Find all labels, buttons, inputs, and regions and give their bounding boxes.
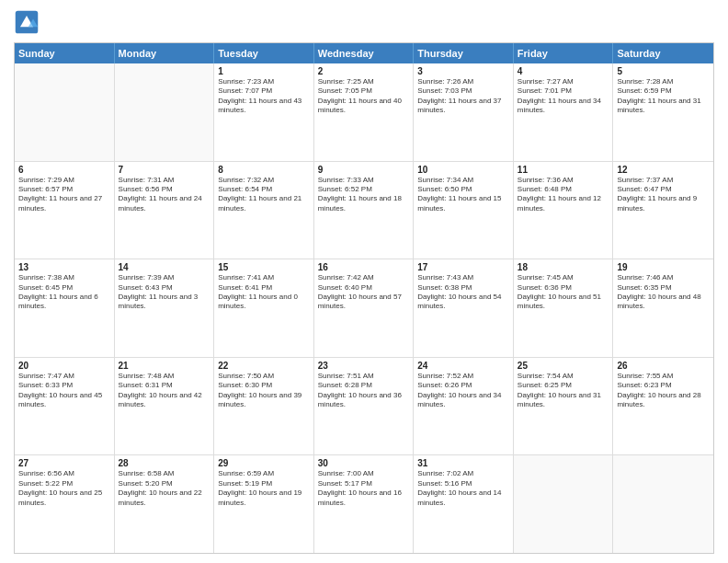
cell-text: Sunrise: 7:46 AM Sunset: 6:35 PM Dayligh…	[617, 273, 710, 312]
calendar-cell: 18Sunrise: 7:45 AM Sunset: 6:36 PM Dayli…	[514, 259, 614, 357]
cell-text: Sunrise: 7:39 AM Sunset: 6:43 PM Dayligh…	[119, 273, 210, 312]
calendar-cell: 30Sunrise: 7:00 AM Sunset: 5:17 PM Dayli…	[314, 455, 415, 553]
cell-text: Sunrise: 6:58 AM Sunset: 5:20 PM Dayligh…	[119, 469, 210, 508]
calendar-cell: 24Sunrise: 7:52 AM Sunset: 6:26 PM Dayli…	[414, 358, 514, 455]
logo	[14, 9, 43, 35]
cell-text: Sunrise: 7:29 AM Sunset: 6:57 PM Dayligh…	[18, 176, 110, 214]
day-number: 20	[18, 361, 110, 371]
calendar-cell: 19Sunrise: 7:46 AM Sunset: 6:35 PM Dayli…	[613, 259, 713, 357]
day-number: 8	[218, 165, 310, 175]
day-number: 31	[417, 458, 509, 468]
day-number: 18	[518, 262, 609, 272]
header-cell-friday: Friday	[514, 43, 614, 63]
header-cell-thursday: Thursday	[414, 43, 514, 63]
cell-text: Sunrise: 7:43 AM Sunset: 6:38 PM Dayligh…	[417, 273, 509, 312]
cell-text: Sunrise: 7:02 AM Sunset: 5:16 PM Dayligh…	[417, 469, 509, 508]
calendar: SundayMondayTuesdayWednesdayThursdayFrid…	[14, 42, 714, 554]
cell-text: Sunrise: 7:48 AM Sunset: 6:31 PM Dayligh…	[119, 372, 210, 410]
calendar-cell: 22Sunrise: 7:50 AM Sunset: 6:30 PM Dayli…	[214, 358, 314, 455]
calendar-header: SundayMondayTuesdayWednesdayThursdayFrid…	[15, 43, 713, 63]
day-number: 25	[518, 361, 609, 371]
calendar-cell: 17Sunrise: 7:43 AM Sunset: 6:38 PM Dayli…	[414, 259, 514, 357]
calendar-row-3: 20Sunrise: 7:47 AM Sunset: 6:33 PM Dayli…	[15, 357, 713, 455]
calendar-cell: 8Sunrise: 7:32 AM Sunset: 6:54 PM Daylig…	[214, 162, 314, 259]
day-number: 5	[617, 66, 710, 76]
calendar-cell: 1Sunrise: 7:23 AM Sunset: 7:07 PM Daylig…	[214, 63, 314, 161]
cell-text: Sunrise: 7:28 AM Sunset: 6:59 PM Dayligh…	[617, 77, 710, 116]
cell-text: Sunrise: 7:52 AM Sunset: 6:26 PM Dayligh…	[417, 372, 509, 410]
header-cell-tuesday: Tuesday	[214, 43, 314, 63]
day-number: 15	[218, 262, 310, 272]
cell-text: Sunrise: 7:38 AM Sunset: 6:45 PM Dayligh…	[18, 273, 110, 312]
calendar-cell: 21Sunrise: 7:48 AM Sunset: 6:31 PM Dayli…	[115, 358, 215, 455]
calendar-cell: 4Sunrise: 7:27 AM Sunset: 7:01 PM Daylig…	[514, 63, 614, 161]
page: SundayMondayTuesdayWednesdayThursdayFrid…	[0, 0, 728, 563]
cell-text: Sunrise: 7:33 AM Sunset: 6:52 PM Dayligh…	[318, 176, 410, 214]
calendar-cell: 5Sunrise: 7:28 AM Sunset: 6:59 PM Daylig…	[613, 63, 713, 161]
day-number: 9	[318, 165, 410, 175]
logo-icon	[14, 9, 40, 35]
header-cell-monday: Monday	[115, 43, 215, 63]
cell-text: Sunrise: 7:27 AM Sunset: 7:01 PM Dayligh…	[518, 77, 609, 116]
calendar-cell: 6Sunrise: 7:29 AM Sunset: 6:57 PM Daylig…	[15, 162, 115, 259]
day-number: 7	[119, 165, 210, 175]
calendar-body: 1Sunrise: 7:23 AM Sunset: 7:07 PM Daylig…	[15, 63, 713, 553]
calendar-row-0: 1Sunrise: 7:23 AM Sunset: 7:07 PM Daylig…	[15, 63, 713, 161]
cell-text: Sunrise: 7:00 AM Sunset: 5:17 PM Dayligh…	[318, 469, 410, 508]
calendar-cell: 2Sunrise: 7:25 AM Sunset: 7:05 PM Daylig…	[314, 63, 415, 161]
calendar-cell: 23Sunrise: 7:51 AM Sunset: 6:28 PM Dayli…	[314, 358, 415, 455]
calendar-cell: 10Sunrise: 7:34 AM Sunset: 6:50 PM Dayli…	[414, 162, 514, 259]
day-number: 2	[318, 66, 410, 76]
day-number: 22	[218, 361, 310, 371]
calendar-cell: 12Sunrise: 7:37 AM Sunset: 6:47 PM Dayli…	[613, 162, 713, 259]
calendar-cell: 14Sunrise: 7:39 AM Sunset: 6:43 PM Dayli…	[115, 259, 215, 357]
calendar-cell: 15Sunrise: 7:41 AM Sunset: 6:41 PM Dayli…	[214, 259, 314, 357]
day-number: 23	[318, 361, 410, 371]
calendar-cell: 16Sunrise: 7:42 AM Sunset: 6:40 PM Dayli…	[314, 259, 415, 357]
cell-text: Sunrise: 7:25 AM Sunset: 7:05 PM Dayligh…	[318, 77, 410, 116]
day-number: 21	[119, 361, 210, 371]
cell-text: Sunrise: 7:50 AM Sunset: 6:30 PM Dayligh…	[218, 372, 310, 410]
day-number: 29	[218, 458, 310, 468]
calendar-row-4: 27Sunrise: 6:56 AM Sunset: 5:22 PM Dayli…	[15, 454, 713, 553]
calendar-cell: 11Sunrise: 7:36 AM Sunset: 6:48 PM Dayli…	[514, 162, 614, 259]
calendar-cell	[15, 63, 115, 161]
day-number: 19	[617, 262, 710, 272]
header	[14, 9, 714, 35]
cell-text: Sunrise: 7:54 AM Sunset: 6:25 PM Dayligh…	[518, 372, 609, 410]
cell-text: Sunrise: 7:55 AM Sunset: 6:23 PM Dayligh…	[617, 372, 710, 410]
day-number: 16	[318, 262, 410, 272]
calendar-cell	[514, 455, 614, 553]
calendar-cell: 28Sunrise: 6:58 AM Sunset: 5:20 PM Dayli…	[115, 455, 215, 553]
day-number: 27	[18, 458, 110, 468]
day-number: 30	[318, 458, 410, 468]
day-number: 3	[417, 66, 509, 76]
calendar-cell: 26Sunrise: 7:55 AM Sunset: 6:23 PM Dayli…	[613, 358, 713, 455]
day-number: 28	[119, 458, 210, 468]
calendar-cell: 20Sunrise: 7:47 AM Sunset: 6:33 PM Dayli…	[15, 358, 115, 455]
day-number: 17	[417, 262, 509, 272]
calendar-row-1: 6Sunrise: 7:29 AM Sunset: 6:57 PM Daylig…	[15, 161, 713, 259]
cell-text: Sunrise: 7:26 AM Sunset: 7:03 PM Dayligh…	[417, 77, 509, 116]
header-cell-sunday: Sunday	[15, 43, 115, 63]
day-number: 10	[417, 165, 509, 175]
cell-text: Sunrise: 7:31 AM Sunset: 6:56 PM Dayligh…	[119, 176, 210, 214]
cell-text: Sunrise: 7:41 AM Sunset: 6:41 PM Dayligh…	[218, 273, 310, 312]
calendar-cell	[613, 455, 713, 553]
day-number: 11	[518, 165, 609, 175]
calendar-cell: 13Sunrise: 7:38 AM Sunset: 6:45 PM Dayli…	[15, 259, 115, 357]
cell-text: Sunrise: 7:45 AM Sunset: 6:36 PM Dayligh…	[518, 273, 609, 312]
cell-text: Sunrise: 7:42 AM Sunset: 6:40 PM Dayligh…	[318, 273, 410, 312]
calendar-cell	[115, 63, 215, 161]
day-number: 14	[119, 262, 210, 272]
cell-text: Sunrise: 7:37 AM Sunset: 6:47 PM Dayligh…	[617, 176, 710, 214]
header-cell-wednesday: Wednesday	[314, 43, 415, 63]
calendar-cell: 27Sunrise: 6:56 AM Sunset: 5:22 PM Dayli…	[15, 455, 115, 553]
day-number: 6	[18, 165, 110, 175]
day-number: 4	[518, 66, 609, 76]
cell-text: Sunrise: 7:47 AM Sunset: 6:33 PM Dayligh…	[18, 372, 110, 410]
cell-text: Sunrise: 7:36 AM Sunset: 6:48 PM Dayligh…	[518, 176, 609, 214]
cell-text: Sunrise: 6:59 AM Sunset: 5:19 PM Dayligh…	[218, 469, 310, 508]
header-cell-saturday: Saturday	[613, 43, 713, 63]
day-number: 1	[218, 66, 310, 76]
